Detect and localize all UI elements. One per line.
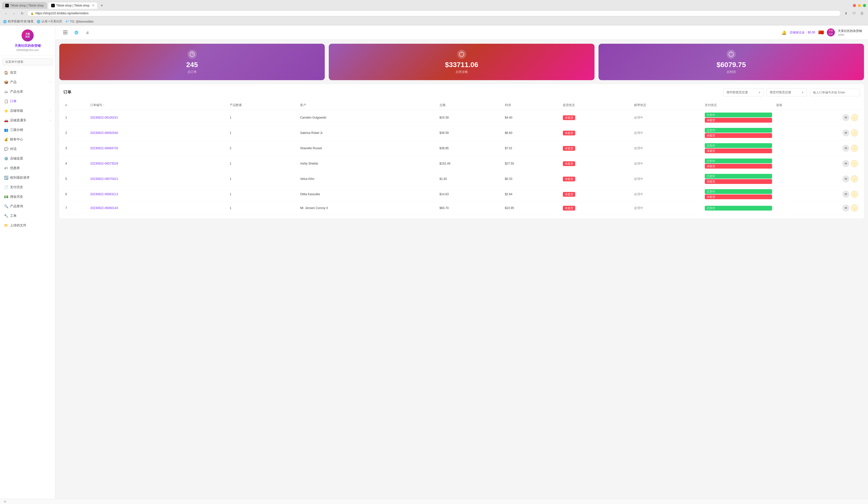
order-id-link[interactable]: 20230822-06084720: [90, 146, 118, 150]
view-order-button[interactable]: 👁: [843, 175, 849, 182]
address-input[interactable]: 🔒 https://shop102.timibbs.vip/seller/ord…: [27, 10, 841, 16]
chevron-right-icon: [50, 81, 51, 84]
order-id-link[interactable]: 20230822-06063213: [90, 193, 118, 196]
cell-qty: 1: [228, 171, 298, 187]
tab-inactive[interactable]: T Tiktok-shop | Tiktok-shop: [2, 2, 47, 9]
col-header-customer: 客户: [298, 101, 437, 110]
app-layout: 天美社区 天美社区的杂货铺 258369@163.com 🏠 首页 📦 产品: [0, 25, 868, 502]
share-button[interactable]: ⬆: [843, 10, 849, 16]
cell-order-id: 20230822-06070421: [88, 171, 228, 187]
view-order-button[interactable]: 👁: [843, 114, 849, 121]
sidebar-item-store-direct[interactable]: 🚗 店铺直通车: [0, 115, 55, 125]
menu-button[interactable]: ☰: [859, 10, 865, 16]
payment-status-badge-1: 已支付: [705, 189, 772, 194]
cell-actions: 👁 ↓: [774, 141, 860, 156]
browser-maximize[interactable]: [858, 4, 861, 7]
tab-close-button[interactable]: ✕: [92, 4, 94, 7]
sidebar-item-store-level[interactable]: ⭐ 店铺等级: [0, 106, 55, 115]
globe-button[interactable]: 🌐: [72, 28, 80, 37]
delivery-filter-dropdown[interactable]: 按交付状态过滤: [766, 88, 807, 96]
products-icon: 📦: [4, 80, 8, 84]
order-search-input[interactable]: [810, 89, 860, 96]
order-id-link[interactable]: 20230822-06073529: [90, 162, 118, 165]
warehouse-icon: 🗂: [4, 90, 8, 94]
forward-button[interactable]: ›: [11, 10, 17, 16]
payment-status-badge-2: 未提货: [705, 179, 772, 184]
sidebar-search[interactable]: [2, 58, 52, 65]
sidebar-item-home[interactable]: 🏠 首页: [0, 68, 55, 78]
print-button[interactable]: 🖨: [83, 28, 91, 37]
download-order-button[interactable]: ↓: [851, 145, 858, 152]
col-header-order-id: 订单编号：: [88, 101, 228, 110]
hamburger-button[interactable]: [61, 28, 69, 37]
cell-num: 6: [63, 187, 88, 202]
download-order-button[interactable]: ↓: [851, 160, 858, 167]
table-row: 2 20230822-06092540 1 Sabrina Robel Jr. …: [63, 125, 860, 141]
col-header-total: 总额: [437, 101, 503, 110]
view-order-button[interactable]: 👁: [843, 191, 849, 198]
stat-card-revenue: $33711.06 总营业额: [329, 44, 594, 80]
cell-customer: Velva Kihn: [298, 171, 437, 187]
bookmark-2[interactable]: 🌐 认准->天美社区: [37, 19, 62, 24]
download-order-button[interactable]: ↓: [851, 205, 858, 212]
download-order-button[interactable]: ↓: [851, 130, 858, 136]
order-id-link[interactable]: 20230822-06100241: [90, 116, 118, 119]
view-order-button[interactable]: 👁: [843, 130, 849, 136]
view-order-button[interactable]: 👁: [843, 160, 849, 167]
language-flag[interactable]: 🇨🇳: [818, 30, 824, 35]
sidebar-item-payment-history[interactable]: 📄 支付历史: [0, 182, 55, 192]
bottom-bar-text: Ie: [4, 500, 6, 502]
sidebar-item-products[interactable]: 📦 产品: [0, 78, 55, 87]
back-button[interactable]: ‹: [3, 10, 9, 16]
cell-order-id: 20230822-06100241: [88, 110, 228, 125]
refresh-button[interactable]: ↻: [19, 10, 25, 16]
mail-status-text: 处理中: [634, 177, 643, 181]
order-id-link[interactable]: 20230822-06060143: [90, 206, 118, 210]
deposit-label[interactable]: 店铺保证金：$0.00: [789, 30, 815, 35]
orders-table: # 订单编号： 产品数量 客户 总额 利润 提货状态 邮寄状态 支付状态 选项 …: [63, 101, 860, 214]
cell-payment: 已支付 未提货: [703, 171, 774, 187]
bookmark-1[interactable]: 🌐 程序搭建/开发/修复: [3, 19, 34, 24]
tab-active[interactable]: T Tiktok-shop | Tiktok-shop ✕: [48, 2, 98, 9]
sidebar-item-chat[interactable]: 💬 对话: [0, 144, 55, 154]
sidebar-item-coupons[interactable]: 🏷 优惠券: [0, 163, 55, 173]
order-id-link[interactable]: 20230822-06070421: [90, 177, 118, 181]
mail-status-text: 处理中: [634, 162, 643, 165]
svg-rect-1: [63, 32, 68, 33]
cell-total: $38.85: [437, 141, 503, 156]
sidebar-item-warehouse[interactable]: 🗂 产品仓库: [0, 87, 55, 96]
nav-label-payment-history: 支付历史: [10, 185, 23, 189]
view-order-button[interactable]: 👁: [843, 145, 849, 152]
tab-label-active: Tiktok-shop | Tiktok-shop: [56, 4, 90, 7]
browser-minimize[interactable]: [853, 4, 856, 7]
bookmark-label-1: 程序搭建/开发/修复: [8, 19, 34, 24]
cell-qty: 1: [228, 110, 298, 125]
shield-icon[interactable]: 🛡: [851, 10, 857, 16]
cell-mail: 处理中: [632, 141, 702, 156]
upload-files-icon: 📁: [4, 223, 8, 227]
sidebar-item-orders[interactable]: 📋 订单: [0, 96, 55, 106]
sidebar-item-refunds[interactable]: ↩️ 收到退款请求: [0, 173, 55, 182]
cell-customer: Mr. Jensen Conroy II: [298, 202, 437, 214]
view-order-button[interactable]: 👁: [843, 205, 849, 212]
notification-bell[interactable]: 🔔: [782, 30, 787, 35]
sidebar-item-workorder[interactable]: 🔧 工单: [0, 211, 55, 220]
new-tab-button[interactable]: +: [99, 2, 105, 9]
sidebar-item-finance[interactable]: 💰 财务中心: [0, 135, 55, 144]
download-order-button[interactable]: ↓: [851, 114, 858, 121]
home-icon: 🏠: [4, 71, 8, 75]
download-order-button[interactable]: ↓: [851, 175, 858, 182]
sidebar-item-mlm[interactable]: 👥 三级分销: [0, 125, 55, 135]
delivery-filter-arrow: [802, 91, 804, 94]
bookmark-3[interactable]: 💎 TG: @tianmeibbs: [65, 20, 94, 23]
sidebar-item-store-settings[interactable]: ⚙️ 店铺设置: [0, 154, 55, 163]
payment-filter-dropdown[interactable]: 按付款状态过滤: [723, 88, 764, 96]
search-input[interactable]: [2, 58, 52, 65]
browser-close[interactable]: [863, 4, 866, 7]
sidebar-item-commission[interactable]: 💵 佣金历史: [0, 192, 55, 202]
sidebar-item-upload-files[interactable]: 📁 上传的文件: [0, 220, 55, 230]
download-order-button[interactable]: ↓: [851, 191, 858, 198]
table-row: 7 20230822-06060143 1 Mr. Jensen Conroy …: [63, 202, 860, 214]
order-id-link[interactable]: 20230822-06092540: [90, 131, 118, 135]
sidebar-item-product-query[interactable]: 🔍 产品查询: [0, 202, 55, 211]
